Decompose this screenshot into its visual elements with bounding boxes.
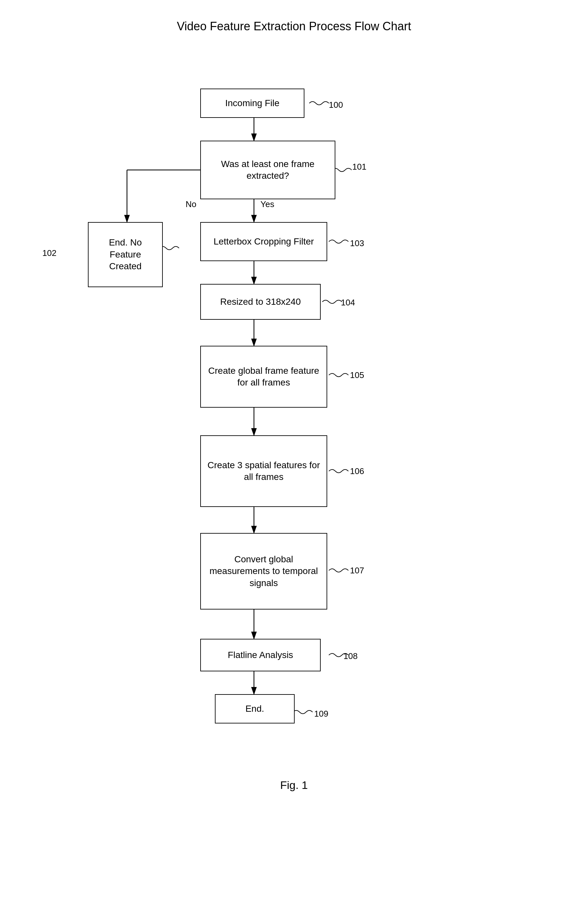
ref-104: 104 (341, 298, 355, 308)
page-title: Video Feature Extraction Process Flow Ch… (0, 0, 588, 46)
incoming-file-box: Incoming File (200, 89, 305, 118)
ref-107: 107 (350, 566, 364, 576)
ref-105: 105 (350, 370, 364, 380)
flowchart: Incoming File 100 Was at least one frame… (0, 46, 588, 828)
fig-label: Fig. 1 (0, 779, 588, 808)
global-frame-box: Create global frame feature for all fram… (200, 346, 327, 408)
ref-100: 100 (329, 100, 343, 110)
ref-109: 109 (314, 709, 328, 719)
ref-103: 103 (350, 238, 364, 248)
ref-102: 102 (42, 248, 56, 258)
resized-box: Resized to 318x240 (200, 284, 321, 320)
spatial-features-box: Create 3 spatial features for all frames (200, 435, 327, 507)
yes-label: Yes (260, 199, 274, 209)
ref-108: 108 (343, 651, 357, 661)
letterbox-box: Letterbox Cropping Filter (200, 222, 327, 261)
ref-106: 106 (350, 466, 364, 476)
no-label: No (185, 199, 196, 209)
end-no-feature-box: End. No Feature Created (88, 222, 163, 287)
was-frame-box: Was at least one frame extracted? (200, 141, 335, 199)
convert-global-box: Convert global measurements to temporal … (200, 533, 327, 609)
page: Video Feature Extraction Process Flow Ch… (0, 0, 588, 897)
end-box: End. (215, 694, 295, 724)
flatline-box: Flatline Analysis (200, 639, 321, 671)
ref-101: 101 (352, 162, 366, 172)
